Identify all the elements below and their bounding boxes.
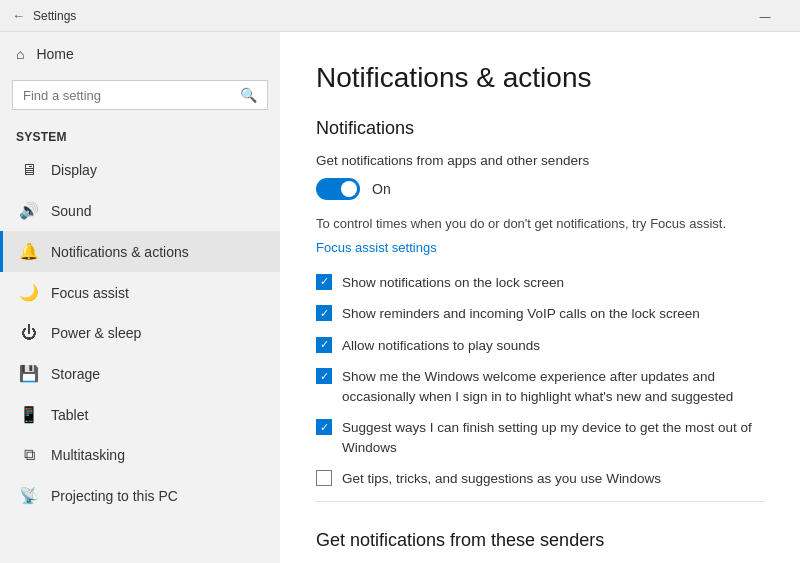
storage-icon: 💾 xyxy=(19,364,39,383)
divider xyxy=(316,501,764,502)
checkbox-label-lock-screen: Show notifications on the lock screen xyxy=(342,273,564,293)
sidebar-item-label-tablet: Tablet xyxy=(51,407,88,423)
checkmark-suggest: ✓ xyxy=(320,422,329,433)
checkbox-label-sounds: Allow notifications to play sounds xyxy=(342,336,540,356)
checkmark-reminders: ✓ xyxy=(320,308,329,319)
back-icon[interactable]: ← xyxy=(12,8,25,23)
sidebar-item-notifications[interactable]: 🔔 Notifications & actions xyxy=(0,231,280,272)
titlebar-controls: — xyxy=(742,0,788,32)
sidebar-item-power[interactable]: ⏻ Power & sleep xyxy=(0,313,280,353)
sidebar-item-label-storage: Storage xyxy=(51,366,100,382)
sidebar-home-label: Home xyxy=(36,46,73,62)
toggle-thumb xyxy=(341,181,357,197)
display-icon: 🖥 xyxy=(19,161,39,179)
titlebar-left: ← Settings xyxy=(12,8,76,23)
toggle-row: On xyxy=(316,178,764,200)
sidebar-item-sound[interactable]: 🔊 Sound xyxy=(0,190,280,231)
sidebar-item-label-focus: Focus assist xyxy=(51,285,129,301)
sidebar-item-focus[interactable]: 🌙 Focus assist xyxy=(0,272,280,313)
senders-section-title: Get notifications from these senders xyxy=(316,530,764,551)
search-input[interactable] xyxy=(23,88,232,103)
sidebar-item-label-projecting: Projecting to this PC xyxy=(51,488,178,504)
checkbox-suggest[interactable]: ✓ xyxy=(316,419,332,435)
checkbox-lock-screen[interactable]: ✓ xyxy=(316,274,332,290)
projecting-icon: 📡 xyxy=(19,486,39,505)
minimize-button[interactable]: — xyxy=(742,0,788,32)
toggle-label: On xyxy=(372,181,391,197)
sidebar-item-tablet[interactable]: 📱 Tablet xyxy=(0,394,280,435)
checkmark-welcome: ✓ xyxy=(320,371,329,382)
checkbox-sounds[interactable]: ✓ xyxy=(316,337,332,353)
checkmark-lock-screen: ✓ xyxy=(320,276,329,287)
checkbox-welcome[interactable]: ✓ xyxy=(316,368,332,384)
focus-icon: 🌙 xyxy=(19,283,39,302)
nav-items-container: 🖥 Display 🔊 Sound 🔔 Notifications & acti… xyxy=(0,150,280,516)
search-box: 🔍 xyxy=(12,80,268,110)
search-icon: 🔍 xyxy=(240,87,257,103)
focus-assist-link[interactable]: Focus assist settings xyxy=(316,240,437,255)
home-icon: ⌂ xyxy=(16,46,24,62)
sidebar-item-display[interactable]: 🖥 Display xyxy=(0,150,280,190)
notifications-icon: 🔔 xyxy=(19,242,39,261)
multitasking-icon: ⧉ xyxy=(19,446,39,464)
get-notifications-label: Get notifications from apps and other se… xyxy=(316,153,764,168)
checkbox-row-sounds: ✓ Allow notifications to play sounds xyxy=(316,336,764,356)
sidebar-item-label-notifications: Notifications & actions xyxy=(51,244,189,260)
main-layout: ⌂ Home 🔍 System 🖥 Display 🔊 Sound 🔔 Noti… xyxy=(0,32,800,563)
tablet-icon: 📱 xyxy=(19,405,39,424)
sound-icon: 🔊 xyxy=(19,201,39,220)
sidebar-item-multitasking[interactable]: ⧉ Multitasking xyxy=(0,435,280,475)
checkboxes-container: ✓ Show notifications on the lock screen … xyxy=(316,273,764,490)
sidebar-item-label-multitasking: Multitasking xyxy=(51,447,125,463)
checkbox-label-tips: Get tips, tricks, and suggestions as you… xyxy=(342,469,661,489)
titlebar-title: Settings xyxy=(33,9,76,23)
checkbox-row-welcome: ✓ Show me the Windows welcome experience… xyxy=(316,367,764,406)
hint-text: To control times when you do or don't ge… xyxy=(316,214,764,234)
titlebar: ← Settings — xyxy=(0,0,800,32)
power-icon: ⏻ xyxy=(19,324,39,342)
checkbox-label-reminders: Show reminders and incoming VoIP calls o… xyxy=(342,304,700,324)
sidebar-item-label-display: Display xyxy=(51,162,97,178)
checkmark-sounds: ✓ xyxy=(320,339,329,350)
checkbox-row-tips: Get tips, tricks, and suggestions as you… xyxy=(316,469,764,489)
notifications-section-title: Notifications xyxy=(316,118,764,139)
checkbox-row-reminders: ✓ Show reminders and incoming VoIP calls… xyxy=(316,304,764,324)
checkbox-label-welcome: Show me the Windows welcome experience a… xyxy=(342,367,764,406)
checkbox-row-suggest: ✓ Suggest ways I can finish setting up m… xyxy=(316,418,764,457)
sidebar-item-label-power: Power & sleep xyxy=(51,325,141,341)
notifications-toggle[interactable] xyxy=(316,178,360,200)
sidebar-item-storage[interactable]: 💾 Storage xyxy=(0,353,280,394)
checkbox-row-lock-screen: ✓ Show notifications on the lock screen xyxy=(316,273,764,293)
sidebar: ⌂ Home 🔍 System 🖥 Display 🔊 Sound 🔔 Noti… xyxy=(0,32,280,563)
sidebar-item-projecting[interactable]: 📡 Projecting to this PC xyxy=(0,475,280,516)
sidebar-section-label: System xyxy=(0,122,280,150)
checkbox-tips[interactable] xyxy=(316,470,332,486)
content-area: Notifications & actions Notifications Ge… xyxy=(280,32,800,563)
sidebar-home-item[interactable]: ⌂ Home xyxy=(0,32,280,76)
checkbox-label-suggest: Suggest ways I can finish setting up my … xyxy=(342,418,764,457)
sidebar-item-label-sound: Sound xyxy=(51,203,91,219)
page-title: Notifications & actions xyxy=(316,62,764,94)
checkbox-reminders[interactable]: ✓ xyxy=(316,305,332,321)
